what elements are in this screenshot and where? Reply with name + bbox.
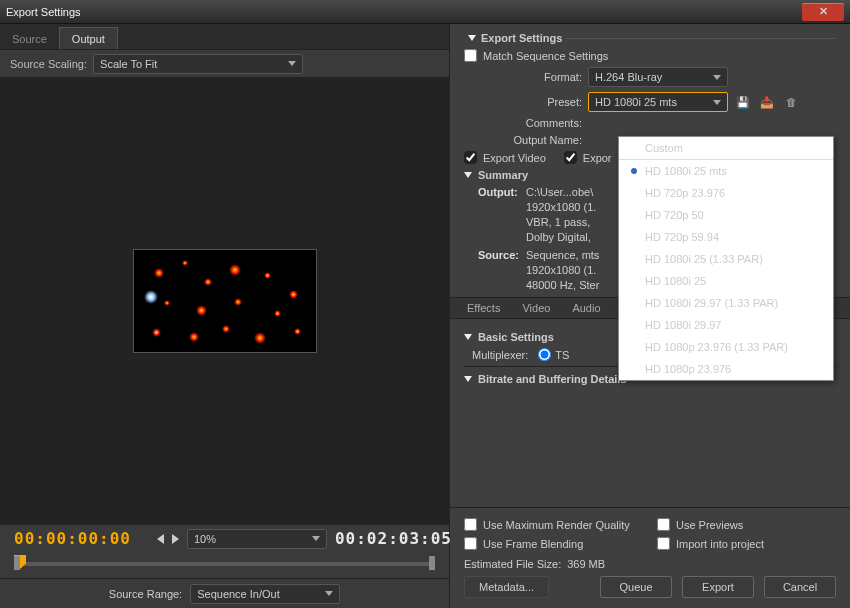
source-range-value: Sequence In/Out xyxy=(197,588,280,600)
match-sequence-checkbox[interactable]: Match Sequence Settings xyxy=(464,49,608,62)
preset-option-label: HD 1080i 29.97 (1.33 PAR) xyxy=(645,297,778,309)
frame-blend-label: Use Frame Blending xyxy=(483,538,583,550)
preset-option[interactable]: HD 1080i 25 (1.33 PAR) xyxy=(619,248,833,270)
mux-ts-label: TS xyxy=(555,349,569,361)
export-settings-heading: Export Settings xyxy=(481,32,562,44)
max-render-quality-checkbox[interactable]: Use Maximum Render Quality xyxy=(464,518,643,531)
multiplexer-ts-radio[interactable]: TS xyxy=(538,348,569,361)
timecode-in[interactable]: 00:00:00:00 xyxy=(14,529,131,548)
preset-option[interactable]: HD 1080i 25 xyxy=(619,270,833,292)
close-icon: ✕ xyxy=(819,5,828,18)
preset-option-label: HD 1080i 25 (1.33 PAR) xyxy=(645,253,763,265)
trash-icon[interactable]: 🗑 xyxy=(782,93,800,111)
save-preset-icon[interactable]: 💾 xyxy=(734,93,752,111)
tab-effects[interactable]: Effects xyxy=(456,298,511,318)
max-quality-label: Use Maximum Render Quality xyxy=(483,519,630,531)
cancel-label: Cancel xyxy=(783,581,817,593)
preset-option-label: HD 1080p 23.976 (1.33 PAR) xyxy=(645,341,788,353)
summary-output-label: Output: xyxy=(478,185,526,199)
tab-audio[interactable]: Audio xyxy=(561,298,611,318)
export-audio-label: Expor xyxy=(583,152,612,164)
disclosure-icon[interactable] xyxy=(468,35,476,41)
preset-option-label: HD 720p 23.976 xyxy=(645,187,725,199)
preset-option-label: HD 1080i 29.97 xyxy=(645,319,721,331)
preset-value: HD 1080i 25 mts xyxy=(595,96,677,108)
preset-option-label: HD 1080i 25 mts xyxy=(645,165,727,177)
export-label: Export xyxy=(702,581,734,593)
preset-option-label: HD 720p 59.94 xyxy=(645,231,719,243)
source-scaling-dropdown[interactable]: Scale To Fit xyxy=(93,54,303,74)
preset-option-label: HD 1080i 25 xyxy=(645,275,706,287)
import-preset-icon[interactable]: 📥 xyxy=(758,93,776,111)
timeline-scrubber[interactable] xyxy=(0,552,449,578)
next-frame-icon[interactable] xyxy=(172,534,179,544)
timecode-out: 00:02:03:05 xyxy=(335,529,452,548)
summary-heading: Summary xyxy=(478,169,528,181)
format-dropdown[interactable]: H.264 Blu-ray xyxy=(588,67,728,87)
match-sequence-label: Match Sequence Settings xyxy=(483,50,608,62)
chevron-down-icon xyxy=(288,61,296,66)
disclosure-icon[interactable] xyxy=(464,334,472,340)
format-value: H.264 Blu-ray xyxy=(595,71,662,83)
export-video-checkbox[interactable]: Export Video xyxy=(464,151,546,164)
preset-option[interactable]: HD 1080i 25 mts xyxy=(619,160,833,182)
window-close-button[interactable]: ✕ xyxy=(802,3,844,21)
source-scaling-label: Source Scaling: xyxy=(10,58,87,70)
zoom-value: 10% xyxy=(194,533,216,545)
previews-label: Use Previews xyxy=(676,519,743,531)
estimated-size-label: Estimated File Size: xyxy=(464,558,561,570)
source-range-dropdown[interactable]: Sequence In/Out xyxy=(190,584,340,604)
multiplexer-label: Multiplexer: xyxy=(472,349,528,361)
basic-settings-heading: Basic Settings xyxy=(478,331,554,343)
preset-option[interactable]: HD 1080p 23.976 xyxy=(619,358,833,380)
preview-frame xyxy=(133,249,317,353)
prev-frame-icon[interactable] xyxy=(157,534,164,544)
preset-option[interactable]: HD 1080i 29.97 (1.33 PAR) xyxy=(619,292,833,314)
export-audio-checkbox[interactable]: Expor xyxy=(564,151,612,164)
chevron-down-icon xyxy=(713,75,721,80)
summary-source-label: Source: xyxy=(478,248,526,262)
cancel-button[interactable]: Cancel xyxy=(764,576,836,598)
preset-option[interactable]: HD 720p 23.976 xyxy=(619,182,833,204)
preset-label: Preset: xyxy=(464,96,582,108)
preset-option[interactable]: HD 720p 50 xyxy=(619,204,833,226)
chevron-down-icon xyxy=(713,100,721,105)
summary-source-line: Sequence, mts xyxy=(526,249,599,261)
format-label: Format: xyxy=(464,71,582,83)
metadata-button[interactable]: Metadata... xyxy=(464,576,549,598)
video-preview xyxy=(0,78,449,524)
chevron-down-icon xyxy=(325,591,333,596)
output-name-label: Output Name: xyxy=(464,134,582,146)
window-title: Export Settings xyxy=(6,6,81,18)
disclosure-icon[interactable] xyxy=(464,376,472,382)
export-video-label: Export Video xyxy=(483,152,546,164)
use-previews-checkbox[interactable]: Use Previews xyxy=(657,518,836,531)
comments-label: Comments: xyxy=(464,117,582,129)
import-project-label: Import into project xyxy=(676,538,764,550)
import-project-checkbox[interactable]: Import into project xyxy=(657,537,836,550)
chevron-down-icon xyxy=(312,536,320,541)
preset-option[interactable]: HD 1080i 29.97 xyxy=(619,314,833,336)
selected-bullet-icon xyxy=(631,168,637,174)
source-scaling-value: Scale To Fit xyxy=(100,58,157,70)
tab-video[interactable]: Video xyxy=(511,298,561,318)
bitrate-heading: Bitrate and Buffering Details xyxy=(478,373,627,385)
out-handle[interactable] xyxy=(429,556,435,570)
preset-option[interactable]: HD 1080p 23.976 (1.33 PAR) xyxy=(619,336,833,358)
tab-source[interactable]: Source xyxy=(0,28,59,49)
frame-blending-checkbox[interactable]: Use Frame Blending xyxy=(464,537,643,550)
preset-dropdown[interactable]: HD 1080i 25 mts xyxy=(588,92,728,112)
queue-button[interactable]: Queue xyxy=(600,576,672,598)
tab-output[interactable]: Output xyxy=(59,27,118,49)
preset-dropdown-menu[interactable]: CustomHD 1080i 25 mtsHD 720p 23.976HD 72… xyxy=(618,136,834,381)
zoom-dropdown[interactable]: 10% xyxy=(187,529,327,549)
in-handle[interactable] xyxy=(14,556,20,570)
summary-output-line: C:\User...obe\ xyxy=(526,186,593,198)
preset-option[interactable]: HD 720p 59.94 xyxy=(619,226,833,248)
preset-option-label: Custom xyxy=(645,142,683,154)
preset-option-label: HD 1080p 23.976 xyxy=(645,363,731,375)
export-button[interactable]: Export xyxy=(682,576,754,598)
preset-option[interactable]: Custom xyxy=(619,137,833,159)
disclosure-icon[interactable] xyxy=(464,172,472,178)
metadata-label: Metadata... xyxy=(479,581,534,593)
